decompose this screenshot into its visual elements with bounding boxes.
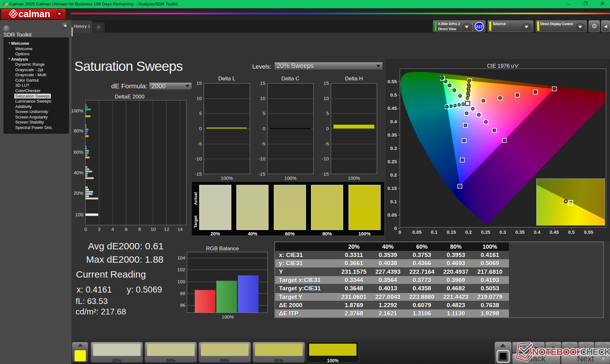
svg-text:NOTEBOOK: NOTEBOOK [532,347,583,357]
svg-text:CHECK: CHECK [580,347,610,357]
